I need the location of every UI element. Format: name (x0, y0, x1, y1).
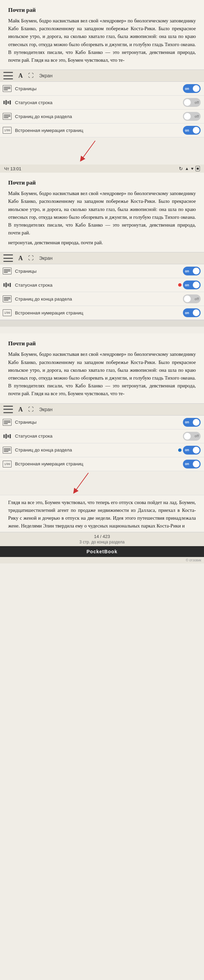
expand-icon-1[interactable]: ⛶ (28, 73, 34, 79)
section-pages-icon-3 (2, 446, 12, 454)
pages-to-end-label-3: 3 стр. до конца раздела (80, 540, 125, 544)
svg-line-1 (75, 473, 88, 492)
inline-toggle-3[interactable]: on (183, 460, 201, 468)
toggle-knob (184, 113, 191, 120)
pages-toggle-2[interactable]: on (183, 267, 201, 275)
section-1-title: Почти рай (8, 7, 196, 14)
menu-icon-1[interactable] (3, 72, 13, 80)
menu-icon-3[interactable] (3, 406, 13, 413)
status-icons-2: ↻ ▲ ♥ ■ (179, 166, 200, 171)
setting-row-pages-3: Страницы on (0, 415, 204, 430)
pages-label-3: Страницы (15, 420, 180, 425)
section-1-content: Почти рай Майк Боумен, бодро насвистывая… (0, 0, 204, 70)
setting-row-status-3: Статусная строка off (0, 430, 204, 443)
pages-icon-1 (2, 85, 12, 92)
toggle-knob (193, 419, 199, 426)
pages-toggle-1[interactable]: on (183, 84, 201, 93)
status-label-3: Статусная строка (15, 434, 180, 439)
section-3-text: Майк Боумен, бодро насвистывая вел свой … (8, 350, 196, 398)
section-2-text-extra: нетронутая, девственная природа, почти р… (8, 239, 196, 247)
section-pages-label-1: Страниц до конца раздела (15, 114, 180, 119)
setting-row-pages-2: Страницы on (0, 264, 204, 278)
section-pages-icon-1: → (2, 113, 12, 120)
setting-row-status-2: Статусная строка on (0, 278, 204, 292)
menu-icon-2[interactable] (3, 255, 13, 262)
setting-row-inline-3: 1/99 Встроенная нумерация страниц on (0, 457, 204, 471)
annotation-arrow-3 (68, 471, 170, 495)
toggle-knob (193, 85, 199, 92)
battery-icon-2: ■ (196, 166, 200, 171)
toolbar-2: A ⛶ Экран (0, 252, 204, 264)
section-3: Почти рай Майк Боумен, бодро насвистывая… (0, 333, 204, 546)
setting-row-pages-1: Страницы on (0, 82, 204, 95)
pages-label-1: Страницы (15, 86, 180, 91)
status-icon-1 (2, 99, 12, 106)
toolbar-3: A ⛶ Экран (0, 403, 204, 415)
status-icon-2 (2, 281, 12, 289)
section-2-text: Майк Боумен, бодро насвистывая вел свой … (8, 189, 196, 237)
font-size-button-3[interactable]: A (18, 406, 23, 412)
pages-toggle-3[interactable]: on (183, 418, 201, 427)
pages-icon-3 (2, 418, 12, 426)
pages-label-2: Страницы (15, 269, 180, 274)
status-icon-3 (2, 433, 12, 440)
setting-row-inline-2: 1/99 Встроенная нумерация страниц on (0, 306, 204, 320)
toolbar-label-1: Экран (39, 73, 53, 78)
inline-label-3: Встроенная нумерация страниц (15, 461, 180, 466)
inline-toggle-2[interactable]: on (183, 309, 201, 317)
status-toggle-2[interactable]: on (183, 280, 201, 290)
section-pages-icon-2 (2, 295, 12, 302)
active-dot-indicator-3 (178, 449, 182, 452)
setting-row-section-pages-3: Страниц до конца раздела on (0, 443, 204, 457)
wifi-icon-2: ▲ (185, 166, 189, 171)
section-pages-label-2: Страниц до конца раздела (15, 296, 180, 302)
expand-icon-3[interactable]: ⛶ (28, 406, 34, 412)
annotation-arrow-1 (61, 137, 129, 164)
status-toggle-1[interactable]: off (183, 98, 201, 107)
section-pages-label-3: Страниц до конца раздела (15, 447, 180, 452)
section-3-title: Почти рай (8, 340, 196, 347)
bottom-page-info-3: 14 / 423 3 стр. до конца раздела (0, 532, 204, 546)
signal-icon-2: ♥ (191, 166, 193, 171)
inline-icon-1: 1/99 (2, 127, 12, 134)
arrow-annotation-3 (0, 471, 204, 495)
section-2-content: Почти рай Майк Боумен, бодро насвистывая… (0, 173, 204, 252)
toggle-knob (193, 282, 199, 288)
setting-row-section-pages-1: → Страниц до конца раздела off (0, 110, 204, 124)
arrow-annotation-1 (0, 137, 204, 164)
inline-toggle-1[interactable]: on (183, 126, 201, 135)
inline-icon-2: 1/99 (2, 309, 12, 317)
section-2-title: Почти рай (8, 180, 196, 186)
toggle-knob (193, 127, 199, 134)
toolbar-label-2: Экран (39, 255, 53, 261)
divider-2 (0, 320, 204, 327)
section-3-text2: Глядя на все это, Боумен чувствовал, что… (8, 499, 196, 530)
inline-icon-3: 1/99 (2, 460, 12, 468)
toggle-knob (184, 99, 191, 106)
watermark-text: © отзовик (186, 558, 201, 562)
settings-rows-3: Страницы on Статусная строка off (0, 415, 204, 471)
toggle-knob (184, 296, 191, 302)
status-time-2: Чт 13:01 (4, 166, 21, 171)
toolbar-label-3: Экран (39, 407, 53, 412)
font-size-button-2[interactable]: A (18, 255, 23, 261)
inline-label-1: Встроенная нумерация страниц (15, 128, 180, 133)
status-toggle-3[interactable]: off (183, 432, 201, 441)
toggle-knob (193, 309, 199, 316)
section-1-text: Майк Боумен, бодро насвистывая вел свой … (8, 17, 196, 64)
toggle-knob (193, 268, 199, 274)
section-pages-toggle-2[interactable]: off (183, 294, 201, 303)
section-pages-toggle-3[interactable]: on (183, 446, 201, 455)
expand-icon-2[interactable]: ⛶ (28, 255, 34, 261)
svg-line-0 (82, 141, 95, 159)
sync-icon-2: ↻ (179, 166, 183, 171)
status-label-2: Статусная строка (15, 283, 180, 288)
watermark-area: © отзовик (0, 557, 204, 563)
settings-rows-2: Страницы on Статусная строка on (0, 264, 204, 320)
page-number-3: 14 / 423 (94, 534, 110, 539)
font-size-button-1[interactable]: A (18, 73, 23, 79)
toggle-knob (184, 433, 191, 440)
pages-icon-2 (2, 267, 12, 275)
section-pages-toggle-1[interactable]: off (183, 112, 201, 121)
status-bar-2: Чт 13:01 ↻ ▲ ♥ ■ (0, 164, 204, 173)
